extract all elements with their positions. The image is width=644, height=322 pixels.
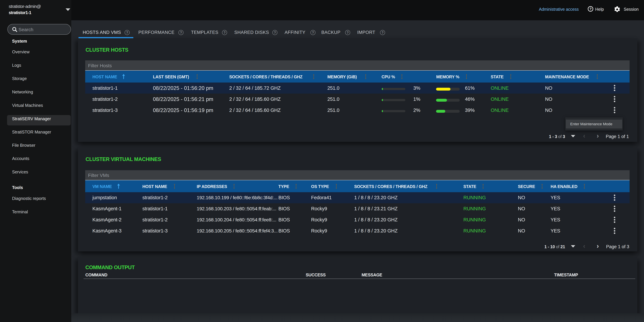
svg-text:?: ? xyxy=(590,7,592,11)
